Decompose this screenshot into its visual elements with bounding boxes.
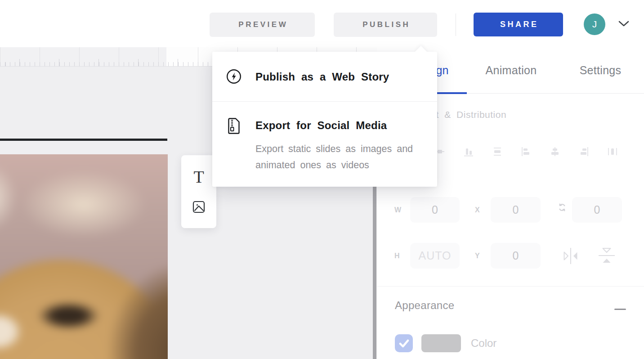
distribute-horizontal-icon[interactable] xyxy=(607,146,618,157)
add-text-button[interactable]: T xyxy=(188,166,210,188)
minus-icon xyxy=(614,309,626,310)
flip-vertical-button[interactable] xyxy=(596,244,617,267)
text-tool-icon: T xyxy=(193,168,204,185)
tab-animation[interactable]: Animation xyxy=(478,47,544,94)
height-label: H xyxy=(394,252,408,260)
color-label: Color xyxy=(471,337,496,350)
height-input[interactable] xyxy=(410,243,460,269)
menu-item-title: Export for Social Media xyxy=(255,119,387,132)
menu-item-export-social[interactable]: Export for Social Media Export static sl… xyxy=(212,102,437,187)
flip-horizontal-icon xyxy=(560,245,581,267)
header-divider xyxy=(456,13,456,36)
preview-button[interactable]: PREVIEW xyxy=(210,13,315,37)
rotate-icon xyxy=(557,202,568,213)
image-tool-icon xyxy=(192,200,206,214)
publish-button[interactable]: PUBLISH xyxy=(334,13,437,37)
align-left-icon[interactable] xyxy=(521,146,532,157)
zip-document-icon xyxy=(226,117,242,135)
top-bar: PREVIEW PUBLISH SHARE J xyxy=(0,0,644,47)
align-center-icon[interactable] xyxy=(550,146,560,157)
dog-photo[interactable] xyxy=(0,154,168,359)
element-toolbar: T xyxy=(181,155,216,228)
rotation-input[interactable] xyxy=(572,197,622,223)
share-button[interactable]: SHARE xyxy=(474,13,563,36)
appearance-section-title: Appearance xyxy=(395,299,454,312)
slide-divider-line[interactable] xyxy=(0,139,167,141)
check-icon xyxy=(395,334,413,352)
y-input[interactable] xyxy=(491,243,541,269)
menu-item-publish-web-story[interactable]: Publish as a Web Story xyxy=(212,52,437,101)
avatar[interactable]: J xyxy=(584,13,605,35)
menu-item-description: Export static slides as images and anima… xyxy=(255,141,417,173)
x-label: X xyxy=(475,206,488,214)
align-bottom-icon[interactable] xyxy=(463,146,474,157)
x-input[interactable] xyxy=(491,197,541,223)
color-swatch[interactable] xyxy=(421,334,461,352)
align-right-icon[interactable] xyxy=(578,146,589,157)
lightning-circle-icon xyxy=(226,69,242,84)
width-input[interactable] xyxy=(410,197,460,223)
distribute-vertical-icon[interactable] xyxy=(492,146,503,157)
add-image-button[interactable] xyxy=(188,196,210,218)
flip-horizontal-button[interactable] xyxy=(560,245,581,267)
section-divider xyxy=(377,286,644,287)
tab-settings[interactable]: Settings xyxy=(573,47,627,94)
flip-vertical-icon xyxy=(596,244,617,267)
color-enabled-checkbox[interactable] xyxy=(395,334,413,352)
y-label: Y xyxy=(475,252,488,260)
chevron-down-icon[interactable] xyxy=(617,20,631,28)
publish-dropdown: Publish as a Web Story Export for Social… xyxy=(212,52,437,187)
alignment-toolbar xyxy=(406,146,636,157)
collapse-section-button[interactable] xyxy=(614,304,626,314)
menu-item-title: Publish as a Web Story xyxy=(255,71,389,83)
width-label: W xyxy=(394,206,408,214)
